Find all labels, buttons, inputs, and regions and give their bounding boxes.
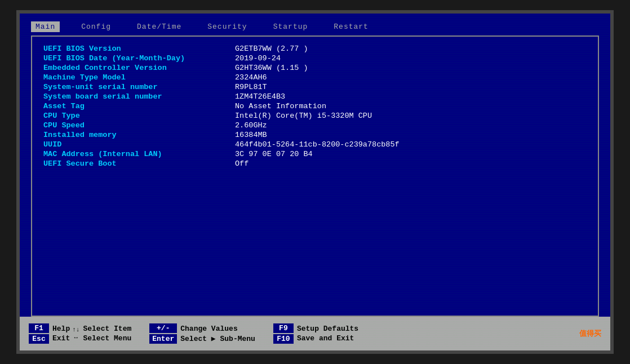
info-label: Machine Type Model	[43, 73, 235, 82]
arrow-ud: ↑↓	[72, 326, 79, 333]
watermark: 值得买	[579, 329, 601, 339]
desc-select-item: Select Item	[83, 325, 131, 333]
info-label: Asset Tag	[43, 102, 235, 110]
info-value: 2.60GHz	[235, 121, 587, 130]
info-label: CPU Speed	[43, 121, 235, 130]
info-value: 2019-09-24	[235, 54, 587, 63]
info-value: G2HT36WW (1.15 )	[235, 64, 587, 72]
bottom-section-f9-f10: F9 F10 Setup Defaults Save and Exit	[273, 323, 361, 344]
nav-bar: Main Config Date/Time Security Startup R…	[20, 20, 610, 33]
info-value: 2324AH6	[235, 73, 587, 82]
bottom-section-f1-esc: F1 Esc Help Exit ↑↓ ↔ Select Item Select…	[29, 323, 134, 344]
key-f10: F10	[273, 334, 294, 344]
info-label: UUID	[43, 140, 235, 149]
info-value: Intel(R) Core(TM) i5-3320M CPU	[235, 112, 587, 120]
info-value: 464f4b01-5264-11cb-8200-c239a78cb85f	[235, 140, 587, 149]
info-value: Off	[235, 159, 587, 168]
info-row: Embedded Controller VersionG2HT36WW (1.1…	[43, 64, 587, 72]
info-label: System board serial number	[43, 92, 235, 101]
info-value: 1ZM4T26E4B3	[235, 92, 587, 101]
info-label: Embedded Controller Version	[43, 64, 235, 72]
desc-select-submenu: Select ▶ Sub-Menu	[180, 334, 255, 343]
info-row: UEFI BIOS Date (Year-Month-Day)2019-09-2…	[43, 54, 587, 63]
info-row: Installed memory16384MB	[43, 131, 587, 139]
desc-help: Help	[52, 325, 70, 333]
desc-setup-defaults: Setup Defaults	[297, 325, 358, 333]
info-row: UEFI BIOS VersionG2ETB7WW (2.77 )	[43, 45, 587, 53]
info-label: UEFI Secure Boot	[43, 159, 235, 168]
content-area: UEFI BIOS VersionG2ETB7WW (2.77 )UEFI BI…	[31, 35, 599, 317]
bottom-bar: F1 Esc Help Exit ↑↓ ↔ Select Item Select…	[20, 317, 610, 350]
info-row: System board serial number1ZM4T26E4B3	[43, 92, 587, 101]
desc-change-values: Change Values	[180, 325, 255, 333]
nav-item-main[interactable]: Main	[31, 21, 60, 32]
info-row: Asset TagNo Asset Information	[43, 102, 587, 110]
nav-item-restart[interactable]: Restart	[329, 21, 373, 32]
nav-item-datetime[interactable]: Date/Time	[132, 21, 186, 32]
key-f1: F1	[29, 323, 49, 333]
nav-item-config[interactable]: Config	[77, 21, 116, 32]
arrow-lr: ↔	[74, 334, 78, 341]
info-label: MAC Address (Internal LAN)	[43, 150, 235, 158]
nav-item-startup[interactable]: Startup	[269, 21, 313, 32]
info-value: G2ETB7WW (2.77 )	[235, 45, 587, 53]
desc-save-exit: Save and Exit	[297, 334, 358, 343]
key-f9: F9	[273, 323, 294, 333]
desc-select-menu: Select Menu	[83, 334, 131, 343]
info-value: No Asset Information	[235, 102, 587, 110]
bottom-section-values: +/- Enter Change Values Select ▶ Sub-Men…	[149, 323, 258, 344]
bios-window: Main Config Date/Time Security Startup R…	[16, 10, 614, 354]
info-row: CPU TypeIntel(R) Core(TM) i5-3320M CPU	[43, 112, 587, 120]
key-esc: Esc	[29, 334, 49, 344]
info-row: UUID464f4b01-5264-11cb-8200-c239a78cb85f	[43, 140, 587, 149]
title-bar	[20, 14, 610, 20]
nav-item-security[interactable]: Security	[203, 21, 251, 32]
info-row: CPU Speed2.60GHz	[43, 121, 587, 130]
info-label: UEFI BIOS Version	[43, 45, 235, 53]
key-plusminus: +/-	[149, 323, 177, 333]
info-value: R9PL81T	[235, 83, 587, 91]
info-label: System-unit serial number	[43, 83, 235, 91]
info-label: Installed memory	[43, 131, 235, 139]
info-row: MAC Address (Internal LAN)3C 97 0E 07 20…	[43, 150, 587, 158]
key-enter: Enter	[149, 334, 177, 344]
info-row: Machine Type Model2324AH6	[43, 73, 587, 82]
info-value: 3C 97 0E 07 20 B4	[235, 150, 587, 158]
info-value: 16384MB	[235, 131, 587, 139]
info-label: CPU Type	[43, 112, 235, 120]
info-row: System-unit serial numberR9PL81T	[43, 83, 587, 91]
info-label: UEFI BIOS Date (Year-Month-Day)	[43, 54, 235, 63]
info-row: UEFI Secure BootOff	[43, 159, 587, 168]
desc-exit: Exit	[52, 334, 70, 343]
